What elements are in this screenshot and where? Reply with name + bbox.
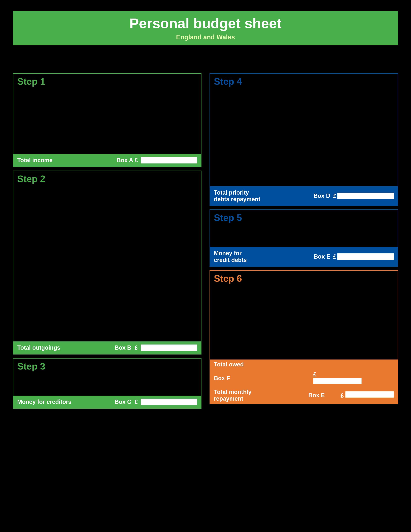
amount-field[interactable]	[142, 334, 197, 339]
amount-field[interactable]	[142, 139, 197, 144]
amount-field[interactable]	[142, 118, 197, 123]
owed-field[interactable]	[276, 158, 319, 163]
amount-field[interactable]	[142, 306, 197, 311]
amount-field[interactable]	[142, 320, 197, 325]
owed-field[interactable]	[276, 137, 319, 142]
creditor-field[interactable]	[214, 330, 271, 334]
owed-field[interactable]	[276, 144, 319, 149]
amount-field[interactable]	[346, 226, 394, 230]
amount-field[interactable]	[142, 250, 197, 255]
personal-details: NameAddressNumber of people in household…	[13, 412, 201, 462]
amount-field[interactable]	[142, 146, 197, 151]
repay-field[interactable]	[337, 144, 381, 149]
owed-field[interactable]	[276, 323, 319, 328]
calc-row: minus Priority debt repayments (Box D)£	[214, 232, 394, 238]
owed-field[interactable]	[276, 127, 319, 132]
amount-field[interactable]	[142, 125, 197, 130]
offer-field[interactable]	[337, 330, 381, 335]
owed-field[interactable]	[276, 111, 319, 116]
amount-field[interactable]	[142, 223, 197, 228]
row-label: Fuel debts – Gas	[214, 144, 271, 149]
step4-total-field[interactable]	[337, 193, 394, 199]
creditor-field[interactable]	[214, 315, 271, 320]
detail-field[interactable]	[110, 439, 198, 444]
offer-field[interactable]	[337, 337, 381, 342]
creditor-field[interactable]	[214, 322, 271, 327]
owed-field[interactable]	[276, 151, 319, 156]
step3-number: Step 3	[17, 361, 45, 371]
detail-field[interactable]	[18, 431, 198, 436]
step6-repay-field[interactable]	[346, 391, 394, 398]
owed-field[interactable]	[276, 179, 319, 183]
form-row: Second mortgage arrears£ £	[214, 125, 394, 135]
amount-field[interactable]	[142, 285, 197, 290]
repay-field[interactable]	[337, 127, 381, 132]
repay-field[interactable]	[337, 165, 381, 170]
step4-number: Step 4	[214, 76, 242, 87]
repay-field[interactable]	[337, 151, 381, 156]
creditor-field[interactable]	[214, 344, 271, 349]
offer-field[interactable]	[337, 344, 381, 349]
owed-field[interactable]	[276, 172, 319, 177]
repay-field[interactable]	[337, 158, 381, 163]
owed-field[interactable]	[276, 315, 319, 320]
step2-total-field[interactable]	[141, 344, 197, 351]
owed-field[interactable]	[276, 330, 319, 335]
amount-field[interactable]	[142, 195, 197, 200]
amount-field[interactable]	[142, 278, 197, 283]
creditor-field[interactable]	[214, 308, 271, 313]
repay-field[interactable]	[337, 179, 381, 183]
amount-field[interactable]	[142, 299, 197, 304]
step6-owed-field[interactable]	[313, 378, 362, 384]
amount-field[interactable]	[142, 105, 197, 109]
repay-field[interactable]	[337, 118, 381, 123]
step3-total-box: Box C £	[115, 399, 138, 405]
amount-field[interactable]	[142, 313, 197, 318]
owed-field[interactable]	[276, 118, 319, 123]
amount-field[interactable]	[149, 374, 197, 379]
form-row: Travel / car costs£	[17, 299, 197, 304]
amount-field[interactable]	[149, 381, 197, 386]
form-row: Mortgage£	[17, 202, 197, 207]
offer-field[interactable]	[337, 352, 381, 357]
row-label: equals Money for creditors	[17, 388, 144, 393]
amount-field[interactable]	[142, 237, 197, 241]
step1-total-field[interactable]	[141, 157, 197, 163]
amount-field[interactable]	[142, 257, 197, 262]
owed-field[interactable]	[276, 308, 319, 313]
detail-field[interactable]	[29, 455, 198, 459]
detail-field[interactable]	[32, 416, 198, 421]
offer-field[interactable]	[337, 308, 381, 313]
amount-field[interactable]	[142, 216, 197, 221]
detail-field[interactable]	[37, 447, 198, 452]
repay-field[interactable]	[337, 137, 381, 142]
step3-total-field[interactable]	[141, 399, 197, 405]
offer-field[interactable]	[337, 323, 381, 328]
amount-field[interactable]	[142, 264, 197, 269]
owed-field[interactable]	[276, 344, 319, 349]
amount-field[interactable]	[142, 132, 197, 137]
amount-field[interactable]	[142, 202, 197, 207]
owed-field[interactable]	[276, 165, 319, 170]
repay-field[interactable]	[337, 111, 381, 116]
step5-total-field[interactable]	[337, 253, 394, 260]
amount-field[interactable]	[142, 327, 197, 332]
owed-field[interactable]	[276, 337, 319, 342]
creditor-field[interactable]	[214, 351, 271, 356]
amount-field[interactable]	[142, 292, 197, 297]
amount-field[interactable]	[142, 209, 197, 214]
form-row: £ £	[214, 315, 394, 321]
amount-field[interactable]	[149, 388, 197, 393]
amount-field[interactable]	[142, 98, 197, 103]
owed-field[interactable]	[276, 352, 319, 357]
amount-field[interactable]	[346, 232, 394, 237]
amount-field[interactable]	[142, 230, 197, 235]
amount-field[interactable]	[142, 271, 197, 276]
creditor-field[interactable]	[214, 337, 271, 342]
repay-field[interactable]	[337, 172, 381, 177]
detail-field[interactable]	[37, 424, 198, 429]
amount-field[interactable]	[142, 244, 197, 248]
amount-field[interactable]	[346, 239, 394, 244]
amount-field[interactable]	[142, 112, 197, 116]
offer-field[interactable]	[337, 315, 381, 320]
